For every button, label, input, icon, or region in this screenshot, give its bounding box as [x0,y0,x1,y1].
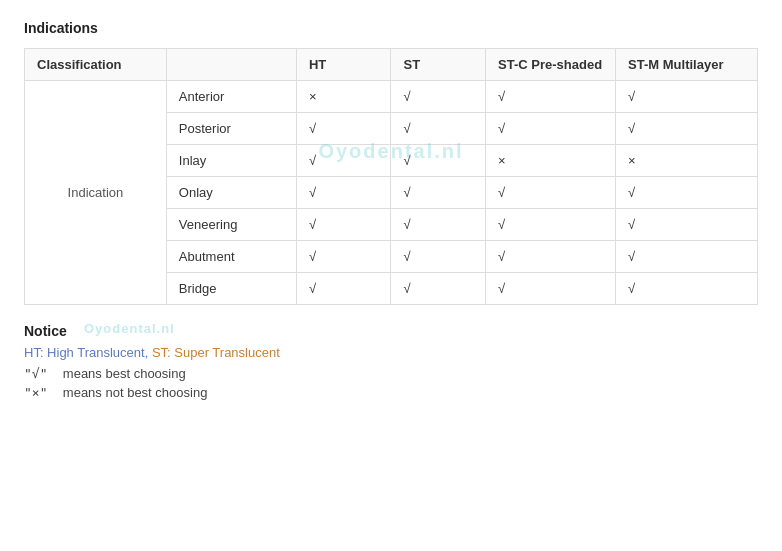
ht-cell: × [296,81,391,113]
table-row: IndicationAnterior×√√√ [25,81,758,113]
stc-cell: √ [486,241,616,273]
ht-cell: √ [296,273,391,305]
indication-cell: Indication [25,81,167,305]
sub-category-cell: Abutment [166,241,296,273]
sub-category-cell: Onlay [166,177,296,209]
stm-cell: × [616,145,758,177]
notice-ht-text: HT: High Translucent, ST: Super Transluc… [24,345,758,360]
table-wrapper: Classification HT ST ST-C Pre-shaded ST-… [24,48,758,305]
check-symbol: "√" [24,366,52,381]
sub-category-cell: Anterior [166,81,296,113]
stm-cell: √ [616,273,758,305]
col-header-stm: ST-M Multilayer [616,49,758,81]
sub-category-cell: Posterior [166,113,296,145]
notice-cross-item: "×" means not best choosing [24,385,758,400]
notice-title: Notice [24,323,758,339]
stc-cell: √ [486,113,616,145]
indications-table: Classification HT ST ST-C Pre-shaded ST-… [24,48,758,305]
st-cell: √ [391,81,486,113]
ht-cell: √ [296,177,391,209]
col-header-st: ST [391,49,486,81]
page-container: Indications Classification HT ST ST-C Pr… [24,20,758,400]
col-header-classification: Classification [25,49,167,81]
notice-section: Oyodental.nl Notice HT: High Translucent… [24,323,758,400]
stm-cell: √ [616,113,758,145]
stc-cell: √ [486,81,616,113]
ht-cell: √ [296,113,391,145]
sub-category-cell: Veneering [166,209,296,241]
st-cell: √ [391,145,486,177]
stc-cell: √ [486,273,616,305]
col-header-stc: ST-C Pre-shaded [486,49,616,81]
st-cell: √ [391,241,486,273]
stc-cell: √ [486,177,616,209]
ht-label: HT: High Translucent, [24,345,152,360]
stm-cell: √ [616,209,758,241]
col-header-ht: HT [296,49,391,81]
notice-check-item: "√" means best choosing [24,366,758,381]
col-header-sub [166,49,296,81]
stc-cell: √ [486,209,616,241]
st-cell: √ [391,113,486,145]
sub-category-cell: Bridge [166,273,296,305]
stm-cell: √ [616,177,758,209]
stm-cell: √ [616,241,758,273]
st-cell: √ [391,177,486,209]
stm-cell: √ [616,81,758,113]
ht-cell: √ [296,145,391,177]
cross-symbol: "×" [24,385,52,400]
sub-category-cell: Inlay [166,145,296,177]
stc-cell: × [486,145,616,177]
st-cell: √ [391,273,486,305]
ht-cell: √ [296,209,391,241]
st-cell: √ [391,209,486,241]
ht-cell: √ [296,241,391,273]
indications-title: Indications [24,20,758,36]
st-label: ST: Super Translucent [152,345,280,360]
